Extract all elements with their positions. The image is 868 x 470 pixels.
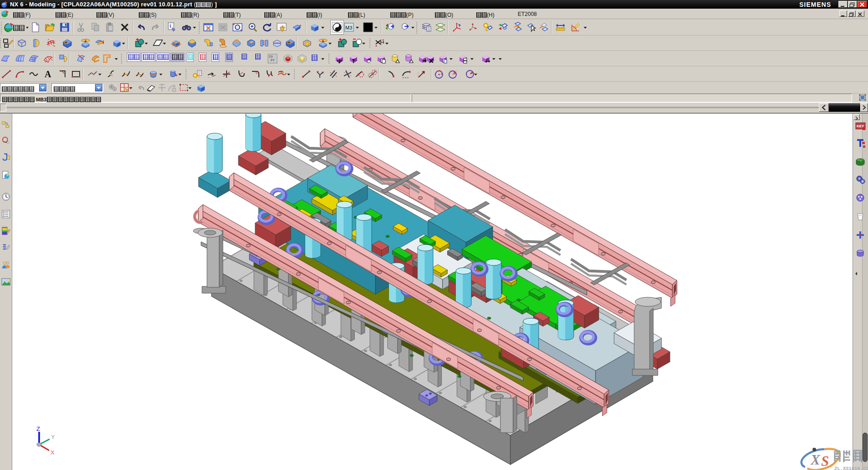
svg-text:M3: M3 [345, 25, 352, 30]
svg-text:i: i [170, 23, 171, 29]
svg-text:A: A [45, 69, 51, 79]
svg-text:x: x [486, 57, 488, 60]
svg-text:ZL.XS1616.COM: ZL.XS1616.COM [834, 466, 868, 470]
svg-text:X: X [50, 449, 55, 456]
svg-text:X: X [810, 452, 821, 468]
svg-text:Z: Z [36, 425, 40, 432]
svg-text:Y: Y [51, 434, 55, 440]
svg-text:S: S [821, 453, 829, 469]
